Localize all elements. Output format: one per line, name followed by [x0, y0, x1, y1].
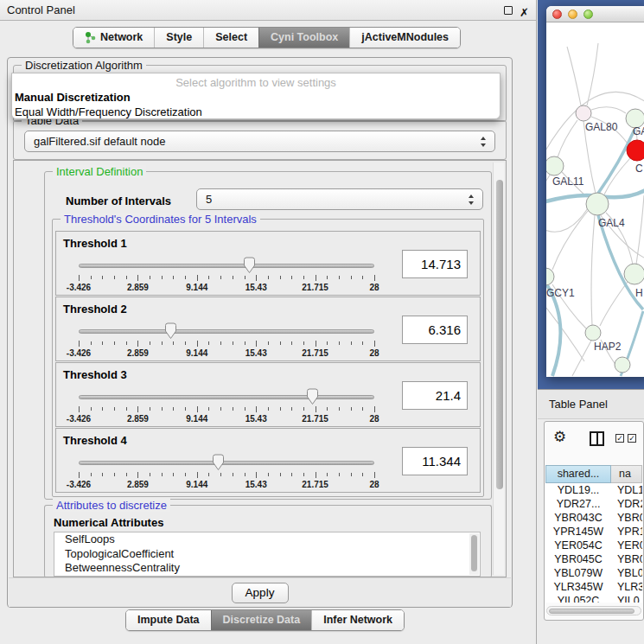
threshold-value-input-3[interactable]: 21.4: [402, 381, 468, 410]
number-of-intervals-spinner[interactable]: 5: [196, 188, 483, 210]
tab-network[interactable]: Network: [73, 28, 154, 48]
table-row[interactable]: YPR145WYPR1: [545, 525, 642, 539]
network-node-HAP2[interactable]: [585, 325, 601, 341]
algorithm-option-manual[interactable]: Manual Discretization: [15, 91, 131, 104]
table-data-combobox[interactable]: galFiltered.sif default node: [24, 131, 495, 152]
network-node-H[interactable]: [624, 264, 644, 284]
table-row[interactable]: YBR045CYBR0: [545, 552, 642, 566]
network-node-GAL4[interactable]: [586, 193, 609, 215]
settings-scrollbar-thumb[interactable]: [496, 180, 503, 489]
threshold-box-1: Threshold 1-3.4262.8599.14415.4321.71528…: [55, 231, 481, 296]
network-node-GAL11[interactable]: [546, 156, 564, 175]
table-panel-title: Table Panel: [549, 398, 608, 411]
table-header-row: shared... na: [545, 465, 642, 483]
threshold-value-input-4[interactable]: 11.344: [402, 447, 468, 475]
tab-select[interactable]: Select: [203, 28, 258, 48]
table-row[interactable]: YER054CYER0: [545, 539, 642, 552]
cell-shared-name: YBL079W: [545, 566, 611, 580]
close-traffic-light-icon[interactable]: [552, 10, 562, 19]
attributes-group-label: Attributes to discretize: [53, 499, 170, 512]
table-row[interactable]: YDL19...YDL1: [545, 483, 642, 497]
control-panel: Control Panel ✗ Network Style Select Cyn…: [0, 0, 537, 644]
checkbox-icon[interactable]: ✓: [628, 434, 636, 443]
cell-shared-name: YDR27...: [545, 497, 611, 511]
attribute-item[interactable]: TopologicalCoefficient: [54, 547, 480, 562]
threshold-value-input-1[interactable]: 14.713: [402, 250, 468, 278]
number-of-intervals-label: Number of Intervals: [66, 194, 171, 207]
tab-network-label: Network: [100, 28, 143, 48]
slider-handle[interactable]: [306, 388, 319, 405]
control-panel-title: Control Panel: [7, 3, 75, 16]
slider-handle[interactable]: [212, 454, 225, 471]
slider-track[interactable]: [79, 395, 374, 399]
threshold-box-2: Threshold 2-3.4262.8599.14415.4321.71528…: [55, 296, 481, 361]
table-row[interactable]: YIL052CYIL0: [545, 594, 642, 603]
threshold-label: Threshold 4: [63, 434, 127, 447]
slider-ticks: [79, 275, 374, 282]
slider-ticks: [79, 406, 374, 413]
threshold-slider-1[interactable]: -3.4262.8599.14415.4321.71528: [79, 256, 374, 292]
algorithm-option-equal-width[interactable]: Equal Width/Frequency Discretization: [15, 105, 202, 118]
slider-handle[interactable]: [243, 257, 256, 274]
cell-name: YBR0: [611, 552, 642, 566]
network-canvas[interactable]: GAL80GACGAL11GAL4GCY1HHAP2: [546, 22, 644, 377]
threshold-slider-4[interactable]: -3.4262.8599.14415.4321.71528: [79, 453, 374, 489]
threshold-list: Threshold 1-3.4262.8599.14415.4321.71528…: [53, 231, 483, 494]
table-rows: YDL19...YDL1YDR27...YDR2YBR043CYBR0YPR14…: [545, 483, 642, 603]
attributes-scrollbar-thumb[interactable]: [471, 535, 477, 571]
table-row[interactable]: YBR043CYBR0: [545, 511, 642, 525]
slider-track[interactable]: [79, 461, 374, 465]
threshold-value-input-2[interactable]: 6.316: [402, 316, 468, 344]
gear-icon[interactable]: ⚙: [553, 430, 566, 444]
threshold-label: Threshold 3: [63, 368, 127, 381]
slider-ticks: [79, 341, 374, 348]
interval-definition-label: Interval Definition: [53, 165, 146, 178]
network-node-GAL80[interactable]: [576, 105, 591, 121]
table-row[interactable]: YLR345WYLR3: [545, 580, 642, 594]
table-hscrollbar-thumb[interactable]: [549, 609, 634, 614]
threshold-slider-2[interactable]: -3.4262.8599.14415.4321.71528: [79, 322, 374, 358]
thresholds-group-label: Threshold's Coordinates for 5 Intervals: [61, 213, 260, 226]
network-node-selected[interactable]: [627, 140, 644, 161]
table-horizontal-scrollbar[interactable]: [546, 606, 641, 615]
tab-cyni-toolbox[interactable]: Cyni Toolbox: [258, 28, 349, 48]
minimize-traffic-light-icon[interactable]: [568, 10, 577, 19]
control-panel-titlebar: Control Panel ✗: [0, 0, 536, 21]
slider-tick-labels: -3.4262.8599.14415.4321.71528: [79, 348, 374, 358]
attributes-scrollbar[interactable]: [469, 533, 479, 575]
apply-button[interactable]: Apply: [232, 583, 289, 603]
network-edge: [546, 208, 588, 232]
table-row[interactable]: YBL079WYBL0: [545, 566, 642, 580]
tab-jactivemnodules[interactable]: jActiveMNodules: [349, 28, 460, 48]
columns-icon[interactable]: [590, 431, 604, 446]
float-window-icon[interactable]: [504, 6, 513, 15]
cell-shared-name: YER054C: [545, 539, 611, 552]
slider-track[interactable]: [79, 264, 374, 268]
checkbox-icon[interactable]: ✓: [615, 434, 624, 443]
zoom-traffic-light-icon[interactable]: [583, 10, 593, 19]
table-row[interactable]: YDR27...YDR2: [545, 497, 642, 511]
slider-track[interactable]: [79, 329, 374, 334]
attribute-item[interactable]: SelfLoops: [54, 532, 480, 547]
spinner-arrows-icon: [469, 194, 475, 205]
column-header-shared-name[interactable]: shared...: [545, 465, 611, 483]
close-icon[interactable]: ✗: [520, 3, 529, 22]
column-header-name[interactable]: na: [611, 465, 642, 483]
tab-impute-data[interactable]: Impute Data: [126, 610, 211, 630]
network-node-partial[interactable]: [615, 357, 630, 373]
threshold-slider-3[interactable]: -3.4262.8599.14415.4321.71528: [79, 387, 374, 424]
slider-handle[interactable]: [164, 322, 177, 340]
attribute-item[interactable]: BetweennessCentrality: [54, 561, 480, 576]
cell-shared-name: YDL19...: [545, 483, 611, 497]
tab-discretize-data[interactable]: Discretize Data: [211, 610, 312, 630]
tab-style[interactable]: Style: [154, 28, 203, 48]
settings-scrollbar[interactable]: [493, 163, 504, 575]
slider-tick-labels: -3.4262.8599.14415.4321.71528: [79, 283, 374, 292]
network-node-GCY1[interactable]: [546, 268, 554, 285]
cell-name: YDL1: [611, 483, 642, 497]
right-region: GAL80GACGAL11GAL4GCY1HHAP2 Table Panel ⚙…: [538, 0, 644, 644]
network-edge: [591, 107, 626, 113]
numerical-attributes-list[interactable]: SelfLoopsTopologicalCoefficientBetweenne…: [54, 532, 481, 577]
tab-infer-network[interactable]: Infer Network: [311, 610, 404, 630]
cell-shared-name: YLR345W: [545, 580, 611, 594]
